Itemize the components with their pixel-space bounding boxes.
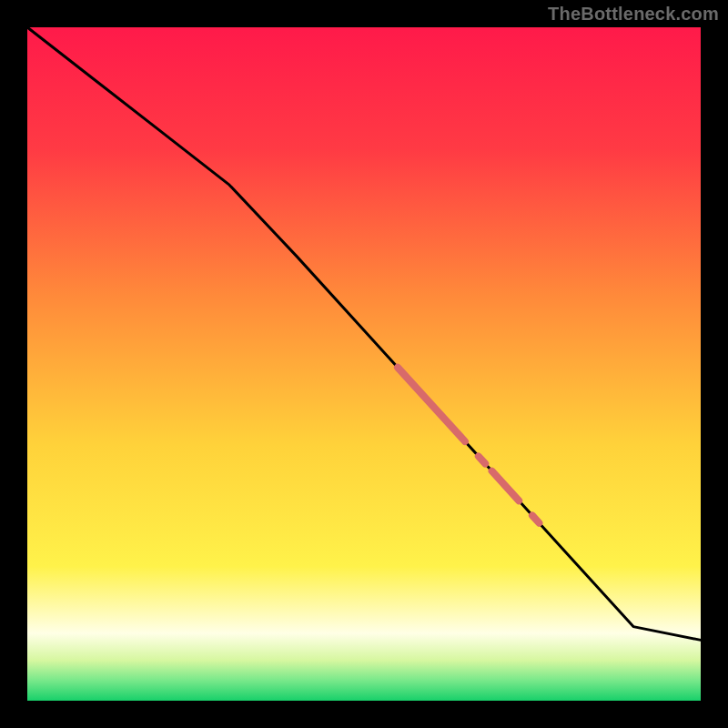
plot-background [27,27,701,701]
bottleneck-chart [0,0,728,728]
chart-stage: TheBottleneck.com [0,0,728,728]
highlight-segment [532,516,539,523]
highlight-segment [479,456,485,463]
attribution-label: TheBottleneck.com [548,4,719,25]
